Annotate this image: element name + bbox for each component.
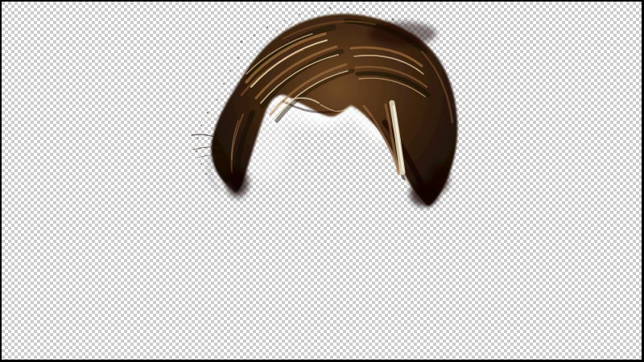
image-canvas	[0, 0, 644, 362]
transparency-checkerboard	[2, 2, 642, 360]
